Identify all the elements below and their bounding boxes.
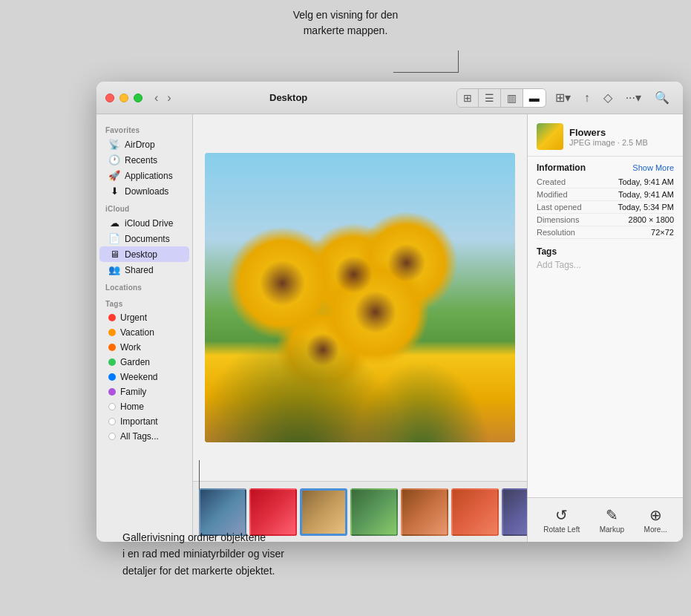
vacation-tag-dot xyxy=(108,329,116,336)
group-button[interactable]: ⊞▾ xyxy=(551,88,575,108)
annotation-top: Velg en visning for den markerte mappen. xyxy=(0,7,691,39)
annotation-bottom: Gallerivisning ordner objektene i en rad… xyxy=(122,529,375,579)
annotation-line-v xyxy=(458,50,459,73)
info-panel: Flowers JPEG image · 2.5 MB Information … xyxy=(527,114,683,542)
sidebar-item-documents[interactable]: 📄 Documents xyxy=(99,231,189,246)
sidebar-item-applications[interactable]: 🚀 Applications xyxy=(99,168,189,183)
sidebar-item-label: Shared xyxy=(125,265,154,275)
sidebar-item-vacation[interactable]: Vacation xyxy=(99,325,189,340)
tags-section: Tags Add Tags... xyxy=(537,246,674,270)
icloud-drive-icon: ☁ xyxy=(108,217,120,229)
sidebar-item-airdrop[interactable]: 📡 AirDrop xyxy=(99,137,189,152)
created-value: Today, 9:41 AM xyxy=(618,177,674,186)
markup-label: Markup xyxy=(600,525,624,534)
sidebar-item-label: Recents xyxy=(125,155,157,166)
resolution-label: Resolution xyxy=(537,228,575,237)
sidebar-item-all-tags[interactable]: All Tags... xyxy=(99,429,189,444)
file-info: Flowers JPEG image · 2.5 MB xyxy=(569,127,674,147)
more-label: More... xyxy=(644,525,667,534)
sidebar-item-label: All Tags... xyxy=(120,431,159,442)
desktop-icon: 🖥 xyxy=(108,249,120,260)
rotate-left-button[interactable]: ↺ Rotate Left xyxy=(537,503,586,537)
share-button[interactable]: ↑ xyxy=(580,88,595,108)
sidebar-item-urgent[interactable]: Urgent xyxy=(99,310,189,325)
sidebar-item-family[interactable]: Family xyxy=(99,384,189,399)
sidebar-item-shared[interactable]: 👥 Shared xyxy=(99,262,189,278)
favorites-label: Favorites xyxy=(96,120,192,137)
sidebar-item-label: Family xyxy=(120,387,146,397)
icloud-label: iCloud xyxy=(96,199,192,215)
sidebar-item-label: Important xyxy=(120,416,158,427)
sidebar-item-label: Vacation xyxy=(120,327,154,338)
tag-button[interactable]: ◇ xyxy=(599,88,617,108)
urgent-tag-dot xyxy=(108,314,116,321)
info-row-dimensions: Dimensions 2800 × 1800 xyxy=(537,214,674,226)
thumbnail-5[interactable] xyxy=(401,488,448,536)
family-tag-dot xyxy=(108,388,116,396)
thumbnail-6[interactable] xyxy=(451,488,499,536)
rotate-left-label: Rotate Left xyxy=(543,525,580,534)
sidebar-item-desktop[interactable]: 🖥 Desktop xyxy=(99,246,189,262)
modified-value: Today, 9:41 AM xyxy=(618,190,674,199)
view-icon-button[interactable]: ⊞ xyxy=(457,89,479,107)
main-content: Favorites 📡 AirDrop 🕐 Recents 🚀 Applicat… xyxy=(96,114,683,542)
more-options-button[interactable]: ···▾ xyxy=(621,88,646,108)
gallery-area xyxy=(193,114,527,542)
title-bar: ‹ › Desktop ⊞ ☰ ▥ ▬ ⊞▾ ↑ ◇ ···▾ 🔍 xyxy=(96,82,683,114)
sidebar-item-label: Desktop xyxy=(125,249,157,260)
main-image-container[interactable] xyxy=(193,114,527,481)
dimensions-label: Dimensions xyxy=(537,215,579,224)
tags-label: Tags xyxy=(96,294,192,310)
view-list-button[interactable]: ☰ xyxy=(479,89,501,107)
window-title: Desktop xyxy=(121,92,456,103)
work-tag-dot xyxy=(108,344,116,351)
sidebar-item-work[interactable]: Work xyxy=(99,340,189,355)
sidebar-item-label: Urgent xyxy=(120,312,147,323)
info-row-modified: Modified Today, 9:41 AM xyxy=(537,189,674,201)
sidebar-item-important[interactable]: Important xyxy=(99,414,189,429)
info-actions: ↺ Rotate Left ✎ Markup ⊕ More... xyxy=(528,497,683,542)
sidebar-item-label: Applications xyxy=(125,171,173,181)
view-buttons: ⊞ ☰ ▥ ▬ xyxy=(456,88,546,108)
show-more-link[interactable]: Show More xyxy=(632,163,674,172)
sidebar-item-weekend[interactable]: Weekend xyxy=(99,370,189,384)
created-label: Created xyxy=(537,177,566,186)
close-button[interactable] xyxy=(105,94,114,102)
info-section-title: Information Show More xyxy=(537,163,674,173)
last-opened-value: Today, 5:34 PM xyxy=(618,203,674,212)
info-body: Information Show More Created Today, 9:4… xyxy=(528,157,683,497)
info-header: Flowers JPEG image · 2.5 MB xyxy=(528,114,683,157)
more-actions-button[interactable]: ⊕ More... xyxy=(638,503,673,537)
applications-icon: 🚀 xyxy=(108,170,120,181)
sidebar-item-label: AirDrop xyxy=(125,140,155,150)
sidebar-item-recents[interactable]: 🕐 Recents xyxy=(99,152,189,168)
sidebar-item-label: Home xyxy=(120,402,144,412)
sidebar-item-icloud-drive[interactable]: ☁ iCloud Drive xyxy=(99,215,189,231)
thumbnail-7[interactable] xyxy=(502,488,527,536)
locations-label: Locations xyxy=(96,278,192,294)
rotate-left-icon: ↺ xyxy=(555,506,568,524)
sidebar-item-downloads[interactable]: ⬇ Downloads xyxy=(99,183,189,199)
tags-section-title: Tags xyxy=(537,246,674,257)
garden-tag-dot xyxy=(108,358,116,366)
markup-button[interactable]: ✎ Markup xyxy=(594,503,630,537)
view-column-button[interactable]: ▥ xyxy=(501,89,523,107)
important-tag-dot xyxy=(108,418,116,425)
markup-icon: ✎ xyxy=(606,506,618,524)
info-row-created: Created Today, 9:41 AM xyxy=(537,176,674,189)
file-name: Flowers xyxy=(569,127,674,138)
documents-icon: 📄 xyxy=(108,233,120,244)
info-row-last-opened: Last opened Today, 5:34 PM xyxy=(537,201,674,214)
dimensions-value: 2800 × 1800 xyxy=(629,215,674,224)
file-type: JPEG image · 2.5 MB xyxy=(569,138,674,147)
view-gallery-button[interactable]: ▬ xyxy=(523,89,546,107)
downloads-icon: ⬇ xyxy=(108,186,120,197)
search-button[interactable]: 🔍 xyxy=(650,88,674,108)
annotation-bottom-line xyxy=(199,460,200,490)
add-tags-field[interactable]: Add Tags... xyxy=(537,260,674,270)
sidebar-item-home[interactable]: Home xyxy=(99,399,189,414)
sidebar-item-garden[interactable]: Garden xyxy=(99,355,189,370)
info-row-resolution: Resolution 72×72 xyxy=(537,226,674,239)
shared-icon: 👥 xyxy=(108,264,120,275)
airdrop-icon: 📡 xyxy=(108,139,120,150)
